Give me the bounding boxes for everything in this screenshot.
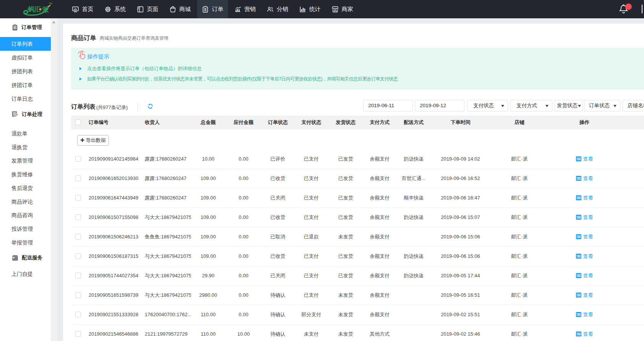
svg-text:蚂汇: 蚂汇 [28, 6, 41, 13]
svg-text:TM: TM [49, 2, 52, 5]
